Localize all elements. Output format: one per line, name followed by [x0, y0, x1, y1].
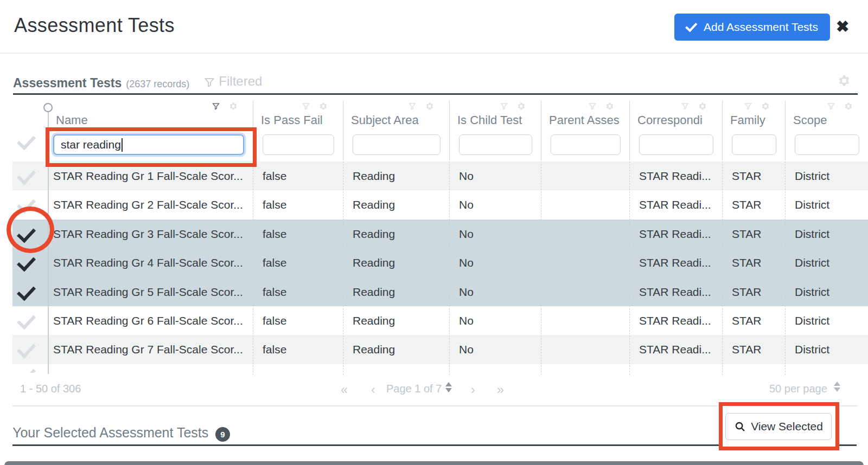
row-check-icon[interactable]: [17, 281, 36, 301]
table-cell: Reading: [353, 277, 445, 306]
table-cell: STAR: [732, 162, 781, 190]
table-cell: STAR Readi...: [639, 335, 718, 364]
table-row[interactable]: STAR Reading Gr 2 Fall-Scale Scor...fals…: [12, 190, 868, 219]
column-separator-dashed: [541, 162, 541, 375]
magnifier-icon: [734, 421, 746, 432]
column-settings-icon[interactable]: [425, 102, 434, 113]
row-check-icon[interactable]: [17, 166, 36, 185]
table-cell: STAR: [732, 190, 781, 219]
per-page-label[interactable]: 50 per page: [769, 383, 827, 395]
table-cell: District: [795, 306, 864, 335]
table-cell: STAR: [732, 306, 781, 335]
table-cell: false: [263, 190, 339, 219]
filter-input-scope[interactable]: [795, 134, 859, 155]
table-row[interactable]: STAR Reading Gr 3 Fall-Scale Scor...fals…: [12, 219, 868, 248]
grid-section-header: Assessment Tests (2637 records) Filtered: [13, 74, 262, 91]
table-row[interactable]: STAR Reading Gr 5 Fall-Scale Scor...fals…: [12, 277, 868, 306]
close-icon[interactable]: ✖: [836, 17, 849, 36]
table-cell: STAR Reading Gr 7 Fall-Scale Scor...: [53, 335, 248, 364]
column-settings-icon[interactable]: [844, 102, 853, 113]
filter-input-correspondi[interactable]: [639, 134, 713, 155]
first-page-icon[interactable]: «: [341, 383, 348, 397]
table-row[interactable]: STAR Reading Gr 7 Fall-Scale Scor...fals…: [12, 335, 868, 364]
filter-icon[interactable]: [827, 102, 835, 113]
select-all-check-icon[interactable]: [17, 131, 36, 151]
per-page-up-icon[interactable]: [834, 382, 840, 386]
table-row[interactable]: STAR Reading Gr 6 Fall-Scale Scor...fals…: [12, 306, 868, 335]
table-cell: STAR Reading Gr 5 Fall-Scale Scor...: [53, 277, 248, 306]
column-separator: [449, 101, 450, 160]
table-cell: No: [459, 335, 537, 364]
pagination-bar: 1 - 50 of 306 « ‹ Page 1 of 7 › » 50 per…: [0, 378, 868, 400]
table-cell: District: [795, 190, 864, 219]
column-separator-dashed: [449, 162, 450, 375]
checkmark-icon: [685, 20, 697, 32]
filter-icon[interactable]: [408, 102, 417, 113]
table-cell: Reading: [353, 219, 445, 248]
selected-count-badge: 9: [215, 427, 230, 442]
filter-icon[interactable]: [500, 102, 508, 113]
per-page-down-icon[interactable]: [834, 388, 840, 392]
last-page-icon[interactable]: »: [497, 383, 504, 397]
table-cell: District: [795, 277, 864, 306]
table-cell: false: [263, 248, 339, 277]
grid-settings-gear-icon[interactable]: [838, 74, 851, 89]
table-cell: STAR: [732, 248, 781, 277]
table-cell: Reading: [353, 190, 445, 219]
add-assessment-tests-button[interactable]: Add Assessment Tests: [674, 14, 830, 41]
column-settings-icon[interactable]: [605, 102, 614, 113]
table-cell: STAR: [732, 277, 781, 306]
table-cell: District: [795, 335, 864, 364]
page-down-icon[interactable]: [445, 388, 452, 392]
filtered-indicator[interactable]: Filtered: [203, 74, 262, 89]
row-check-icon[interactable]: [17, 311, 36, 330]
annotation-circle-selected-checkmark: [7, 206, 54, 253]
filter-input-is-pass-fail[interactable]: [263, 134, 334, 155]
row-check-icon[interactable]: [17, 253, 36, 272]
table-cell: STAR Readi...: [639, 248, 718, 277]
column-separator: [629, 101, 630, 160]
column-settings-icon[interactable]: [761, 102, 770, 113]
view-selected-button[interactable]: View Selected: [725, 413, 832, 440]
table-cell: No: [459, 162, 537, 190]
table-cell: false: [263, 306, 339, 335]
prev-page-icon[interactable]: ‹: [371, 383, 375, 397]
table-cell: STAR Readi...: [639, 190, 718, 219]
table-cell: Reading: [353, 335, 445, 364]
column-separator-dashed: [343, 162, 343, 375]
filter-input-parent-asses[interactable]: [551, 134, 621, 155]
column-separator-dashed: [629, 162, 630, 375]
column-resize-handle[interactable]: [43, 103, 53, 112]
table-cell: false: [263, 219, 339, 248]
table-cell: STAR Reading Gr 2 Fall-Scale Scor...: [53, 190, 248, 219]
table-cell: STAR Reading Gr 6 Fall-Scale Scor...: [53, 306, 248, 335]
column-settings-icon[interactable]: [319, 102, 328, 113]
filter-icon: [203, 76, 215, 88]
table-cell: STAR Reading Gr 3 Fall-Scale Scor...: [53, 219, 248, 248]
filter-icon[interactable]: [302, 102, 310, 113]
column-settings-icon[interactable]: [229, 102, 238, 113]
table-cell: District: [795, 219, 864, 248]
column-separator: [722, 101, 723, 160]
next-page-icon[interactable]: ›: [471, 383, 475, 397]
row-check-icon[interactable]: [17, 339, 36, 359]
page-up-icon[interactable]: [445, 382, 452, 386]
table-cell: District: [795, 162, 864, 190]
page-label: Page 1 of 7: [386, 383, 442, 395]
filter-input-subject-area[interactable]: [353, 134, 441, 155]
filter-icon[interactable]: [681, 102, 690, 113]
annotation-rectangle-view-selected: View Selected: [719, 402, 839, 450]
column-settings-icon[interactable]: [698, 102, 707, 113]
filter-icon[interactable]: [212, 102, 220, 113]
filter-icon[interactable]: [588, 102, 597, 113]
table-row-partial: [12, 364, 868, 373]
filter-input-is-child-test[interactable]: [459, 134, 532, 155]
table-cell: Reading: [353, 162, 445, 190]
column-settings-icon[interactable]: [517, 102, 526, 113]
table-cell: No: [459, 277, 537, 306]
filter-icon[interactable]: [744, 102, 752, 113]
table-row[interactable]: STAR Reading Gr 4 Fall-Scale Scor...fals…: [12, 248, 868, 277]
column-separator: [785, 101, 786, 160]
filter-input-family[interactable]: [732, 134, 776, 155]
table-cell: STAR Readi...: [639, 306, 718, 335]
